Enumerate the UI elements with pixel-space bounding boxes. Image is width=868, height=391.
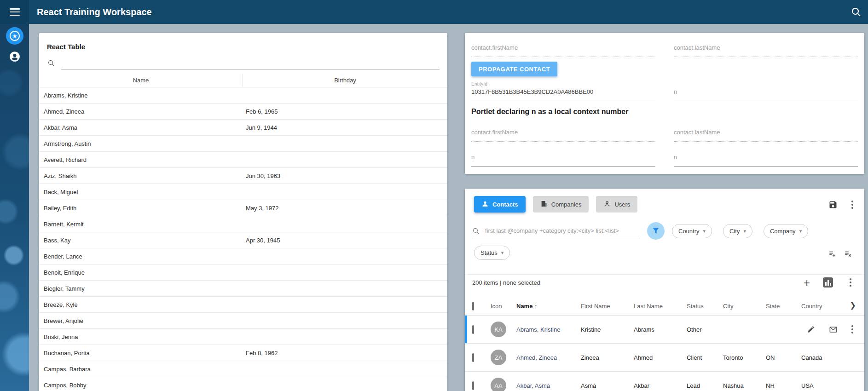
- select-all-area: [472, 303, 491, 310]
- first-name-cell: Zineea: [581, 354, 634, 361]
- table-row[interactable]: Abrams, Kristine: [39, 87, 447, 104]
- person-outline-icon: [603, 200, 611, 209]
- name-cell: Ahmed, Zineea: [39, 108, 243, 115]
- workspace-star-icon[interactable]: ★: [6, 27, 23, 45]
- tab-label: Users: [614, 201, 630, 208]
- birthday-cell: Jun 30, 1963: [243, 172, 447, 179]
- table-row[interactable]: Armstrong, Austin: [39, 136, 447, 152]
- edit-pencil-icon[interactable]: [807, 325, 815, 334]
- name-cell: Campas, Barbara: [39, 366, 243, 373]
- table-row[interactable]: Brewer, Anjolie: [39, 313, 447, 329]
- table-row[interactable]: Bailey, EdithMay 3, 1972: [39, 200, 447, 216]
- header-search-icon[interactable]: [851, 6, 862, 17]
- contacts-table-body: KAAbrams, KristineKristineAbramsOtherZAA…: [465, 316, 864, 391]
- table-row[interactable]: Akbar, AsmaJun 9, 1944: [39, 120, 447, 136]
- contact-last-name-field[interactable]: contact.lastName: [674, 44, 858, 57]
- table-row[interactable]: Biegler, Tammy: [39, 281, 447, 297]
- table-row[interactable]: Benoit, Enrique: [39, 264, 447, 281]
- column-header-birthday[interactable]: Birthday: [243, 74, 447, 87]
- table-row[interactable]: Barnett, Kermit: [39, 216, 447, 232]
- account-circle-icon[interactable]: [9, 51, 21, 63]
- entity-id-value-field[interactable]: 10317F8B531B3B45E3B9CD2A0A486BBE00: [471, 88, 655, 100]
- items-kebab-menu-icon[interactable]: [850, 278, 851, 287]
- email-envelope-icon[interactable]: [829, 325, 838, 334]
- city-cell: Nashua: [723, 382, 766, 389]
- row-kebab-menu-icon[interactable]: [851, 325, 853, 334]
- table-row[interactable]: AAAkbar, AsmaAsmaAkbarLeadNashuaNHUSA: [465, 372, 864, 391]
- table-row[interactable]: Briski, Jenna: [39, 329, 447, 345]
- table-row[interactable]: Buchanan, PortiaFeb 8, 1962: [39, 345, 447, 361]
- react-table-search-input[interactable]: [61, 56, 440, 69]
- chevron-right-icon[interactable]: ❯: [850, 301, 856, 310]
- column-header-name[interactable]: Name ↑: [516, 303, 581, 310]
- column-header-last-name[interactable]: Last Name: [634, 303, 687, 310]
- tab-contacts[interactable]: Contacts: [474, 196, 526, 213]
- table-row[interactable]: Averett, Richard: [39, 152, 447, 168]
- search-placeholder: first last @company +category city:<city…: [485, 227, 619, 234]
- tab-companies[interactable]: Companies: [533, 196, 589, 213]
- dropdown-label: City: [729, 228, 740, 235]
- local-n-field-right[interactable]: n: [674, 154, 858, 167]
- select-all-checkbox[interactable]: [472, 302, 474, 310]
- entity-id-label: EntityId: [471, 81, 487, 86]
- column-header-name[interactable]: Name: [39, 74, 243, 87]
- birthday-cell: Feb 8, 1962: [243, 350, 447, 356]
- local-contact-last-name-field[interactable]: contact.lastName: [674, 129, 858, 142]
- filter-funnel-icon[interactable]: [647, 222, 665, 240]
- company-filter-dropdown[interactable]: Company ▾: [764, 224, 808, 238]
- panel-kebab-menu-icon[interactable]: [851, 201, 853, 209]
- table-row[interactable]: Bass, KayApr 30, 1945: [39, 232, 447, 248]
- status-cell: Lead: [687, 382, 723, 389]
- row-checkbox[interactable]: [472, 353, 474, 362]
- name-cell: Biegler, Tammy: [39, 285, 243, 292]
- playlist-remove-icon[interactable]: [844, 250, 852, 258]
- icon-cell: AA: [491, 378, 516, 391]
- table-row[interactable]: Campas, Barbara: [39, 361, 447, 377]
- save-icon[interactable]: [828, 200, 838, 209]
- contact-name-link[interactable]: Ahmed, Zineea: [516, 354, 581, 361]
- table-row[interactable]: Bender, Lance: [39, 248, 447, 264]
- name-cell: Campos, Bobby: [39, 382, 243, 389]
- table-row[interactable]: Aziz, ShaikhJun 30, 1963: [39, 168, 447, 184]
- playlist-add-icon[interactable]: [828, 250, 837, 258]
- row-checkbox[interactable]: [472, 325, 474, 334]
- dropdown-label: Status: [480, 249, 498, 256]
- city-cell: Toronto: [723, 354, 766, 361]
- first-name-cell: Asma: [581, 382, 634, 389]
- chart-view-icon[interactable]: [823, 277, 833, 288]
- last-name-cell: Ahmed: [634, 354, 687, 361]
- sidebar: ★: [0, 0, 29, 391]
- react-table-panel: React Table Name Birthday Abrams, Kristi…: [39, 33, 447, 391]
- propagate-contact-button[interactable]: PROPAGATE CONTACT: [471, 62, 557, 76]
- table-row[interactable]: Back, Miguel: [39, 184, 447, 200]
- column-header-state[interactable]: State: [766, 303, 801, 310]
- city-filter-dropdown[interactable]: City ▾: [723, 224, 752, 238]
- icon-cell: ZA: [491, 350, 516, 365]
- entity-tabs: Contacts Companies Users: [474, 196, 637, 213]
- hamburger-menu-icon[interactable]: [10, 8, 20, 16]
- table-row[interactable]: ZAAhmed, ZineeaZineeaAhmedClientTorontoO…: [465, 344, 864, 372]
- tab-users[interactable]: Users: [596, 196, 637, 213]
- n-field[interactable]: n: [674, 88, 858, 100]
- local-n-field-left[interactable]: n: [471, 154, 655, 167]
- country-filter-dropdown[interactable]: Country ▾: [672, 224, 712, 238]
- tab-label: Contacts: [492, 201, 518, 208]
- column-header-first-name[interactable]: First Name: [581, 303, 634, 310]
- column-header-status[interactable]: Status: [687, 303, 723, 310]
- contacts-search[interactable]: first last @company +category city:<city…: [472, 224, 640, 238]
- contact-name-link[interactable]: Abrams, Kristine: [516, 326, 581, 333]
- row-checkbox[interactable]: [472, 381, 474, 390]
- column-header-icon[interactable]: Icon: [491, 303, 516, 310]
- contact-name-link[interactable]: Akbar, Asma: [516, 382, 581, 389]
- table-row[interactable]: Breeze, Kyle: [39, 297, 447, 313]
- local-contact-first-name-field[interactable]: contact.firstName: [471, 129, 655, 142]
- column-header-city[interactable]: City: [723, 303, 766, 310]
- add-item-icon[interactable]: +: [804, 276, 810, 289]
- table-row[interactable]: KAAbrams, KristineKristineAbramsOther: [465, 316, 864, 344]
- status-filter-dropdown[interactable]: Status ▾: [474, 246, 510, 260]
- name-cell: Briski, Jenna: [39, 334, 243, 340]
- table-row[interactable]: Ahmed, ZineeaFeb 6, 1965: [39, 104, 447, 120]
- contact-portlet-panel: contact.firstName contact.lastName PROPA…: [465, 33, 864, 174]
- table-row[interactable]: Campos, Bobby: [39, 377, 447, 391]
- contact-first-name-field[interactable]: contact.firstName: [471, 44, 655, 57]
